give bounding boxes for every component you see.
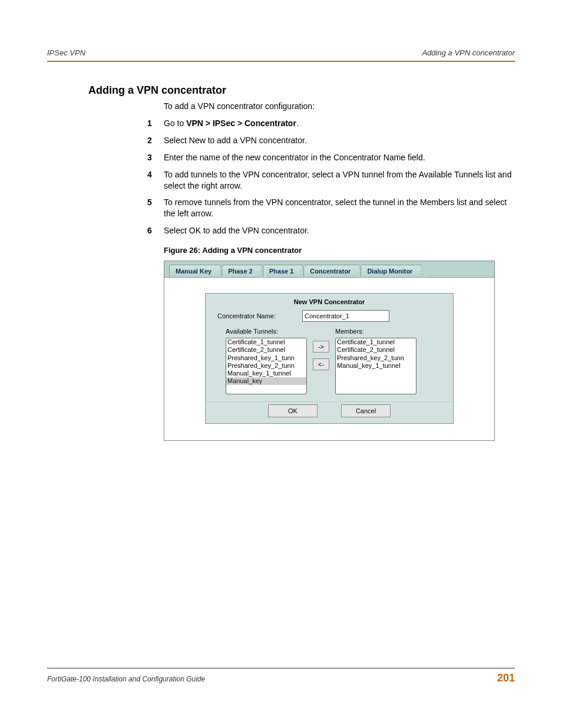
footer-guide-name: FortiGate-100 Installation and Configura…: [47, 675, 205, 683]
step-5: To remove tunnels from the VPN concentra…: [147, 197, 515, 219]
list-item[interactable]: Certificate_1_tunnel: [226, 338, 306, 346]
tab-manual-key[interactable]: Manual Key: [169, 265, 220, 277]
step-3: Enter the name of the new concentrator i…: [147, 152, 515, 163]
move-left-button[interactable]: <-: [313, 358, 329, 370]
step-1-post: .: [296, 118, 299, 128]
tab-row: Manual Key Phase 2 Phase 1 Concentrator …: [164, 261, 494, 278]
move-right-button[interactable]: ->: [313, 341, 329, 353]
arrow-col: -> <-: [313, 328, 329, 370]
step-6: Select OK to add the VPN concentrator.: [147, 225, 515, 236]
members-col: Members: Certificate_1_tunnel Certificat…: [335, 328, 416, 394]
step-1-path: VPN > IPSec > Concentrator: [186, 118, 296, 128]
cancel-button[interactable]: Cancel: [341, 404, 391, 417]
screenshot-panel: Manual Key Phase 2 Phase 1 Concentrator …: [164, 261, 495, 441]
figure-caption: Figure 26: Adding a VPN concentrator: [164, 246, 515, 255]
step-2: Select New to add a VPN concentrator.: [147, 135, 515, 146]
header-left: IPSec VPN: [47, 48, 85, 57]
members-label: Members:: [335, 328, 416, 335]
list-item[interactable]: Preshared_key_1_tunn: [226, 354, 306, 362]
button-row: OK Cancel: [206, 401, 453, 423]
list-item[interactable]: Manual_key: [226, 377, 306, 385]
section-title: Adding a VPN concentrator: [88, 84, 515, 97]
tab-phase-1[interactable]: Phase 1: [263, 265, 303, 277]
running-header: IPSec VPN Adding a VPN concentrator: [47, 48, 515, 62]
intro-text: To add a VPN concentrator configuration:: [164, 101, 515, 111]
members-select[interactable]: Certificate_1_tunnel Certificate_2_tunne…: [335, 338, 416, 394]
available-tunnels-label: Available Tunnels:: [226, 328, 307, 335]
footer-page-number: 201: [497, 672, 515, 684]
list-item[interactable]: Manual_key_1_tunnel: [336, 362, 416, 370]
available-tunnels-select[interactable]: Certificate_1_tunnel Certificate_2_tunne…: [226, 338, 307, 394]
tunnel-lists-row: Available Tunnels: Certificate_1_tunnel …: [206, 328, 453, 401]
list-item[interactable]: Preshared_key_2_tunn: [336, 354, 416, 362]
concentrator-name-input[interactable]: [302, 310, 389, 322]
step-1: Go to VPN > IPSec > Concentrator.: [147, 118, 515, 129]
header-right: Adding a VPN concentrator: [422, 48, 515, 57]
step-4: To add tunnels to the VPN concentrator, …: [147, 169, 515, 192]
list-item[interactable]: Certificate_2_tunnel: [336, 346, 416, 354]
list-item[interactable]: Manual_key_1_tunnel: [226, 370, 306, 377]
concentrator-name-label: Concentrator Name:: [217, 312, 294, 319]
panel-outer: New VPN Concentrator Concentrator Name: …: [164, 278, 494, 440]
ok-button[interactable]: OK: [268, 404, 318, 417]
step-1-pre: Go to: [164, 118, 186, 128]
panel-inner: New VPN Concentrator Concentrator Name: …: [205, 293, 454, 424]
list-item[interactable]: Preshared_key_2_tunn: [226, 362, 306, 370]
list-item[interactable]: Certificate_2_tunnel: [226, 346, 306, 354]
page-footer: FortiGate-100 Installation and Configura…: [47, 668, 515, 684]
available-tunnels-col: Available Tunnels: Certificate_1_tunnel …: [226, 328, 307, 394]
tab-phase-2[interactable]: Phase 2: [222, 265, 262, 277]
tab-concentrator[interactable]: Concentrator: [303, 265, 359, 277]
step-list: Go to VPN > IPSec > Concentrator. Select…: [147, 118, 515, 236]
concentrator-name-row: Concentrator Name:: [206, 309, 453, 328]
list-item[interactable]: Certificate_1_tunnel: [336, 338, 416, 346]
panel-title: New VPN Concentrator: [206, 294, 453, 309]
tab-dialup-monitor[interactable]: Dialup Monitor: [361, 265, 421, 277]
